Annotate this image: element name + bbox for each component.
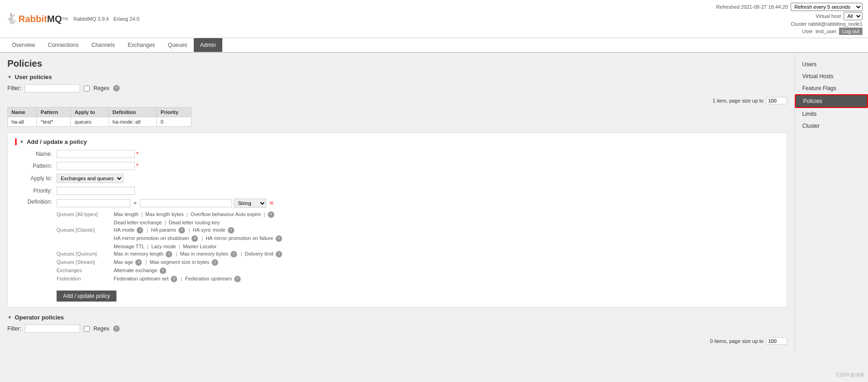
- regex-checkbox[interactable]: [84, 86, 90, 91]
- definition-val-input[interactable]: [140, 199, 232, 207]
- max-in-memory-bytes-help[interactable]: ?: [231, 251, 237, 257]
- link-overflow-behaviour[interactable]: Overflow behaviour: [191, 211, 234, 217]
- link-ha-mirror-failure[interactable]: HA mirror promotion on failure: [206, 235, 273, 241]
- operator-filter-help-icon[interactable]: ?: [113, 325, 120, 332]
- operator-policies-arrow: ▼: [7, 315, 12, 320]
- hint-queues-all: Queues [All types] Max length | Max leng…: [57, 211, 283, 218]
- logo-mq-text: MQ: [47, 14, 62, 24]
- priority-input[interactable]: [57, 187, 135, 195]
- operator-page-size-input[interactable]: [766, 337, 787, 345]
- vhost-row: Virtual host All: [716, 12, 862, 20]
- link-max-length-bytes[interactable]: Max length bytes: [145, 211, 184, 217]
- definition-key-input[interactable]: [57, 199, 130, 207]
- operator-policies-header[interactable]: ▼ Operator policies: [7, 314, 787, 321]
- nav-channels[interactable]: Channels: [85, 38, 122, 52]
- link-federation-upstream-set[interactable]: Federation upstream set: [114, 276, 168, 281]
- operator-regex-label: Regex: [93, 325, 110, 332]
- sidebar-item-policies[interactable]: Policies: [795, 94, 868, 108]
- link-alternate-exchange[interactable]: Alternate exchange: [114, 268, 157, 273]
- hint-exchanges: Exchanges Alternate exchange ?: [57, 268, 283, 274]
- user-label: User: [802, 29, 813, 34]
- link-delivery-limit[interactable]: Delivery limit: [245, 251, 273, 257]
- nav-admin[interactable]: Admin: [194, 38, 222, 52]
- ha-mirror-failure-help[interactable]: ?: [276, 235, 282, 242]
- link-master-locator[interactable]: Master Locator: [183, 244, 216, 249]
- add-policy-header[interactable]: ▼ Add / update a policy: [19, 138, 87, 145]
- nav-connections[interactable]: Connections: [41, 38, 85, 52]
- filter-input[interactable]: [25, 84, 80, 92]
- operator-regex-checkbox[interactable]: [84, 326, 90, 332]
- definition-type-select[interactable]: String Number Boolean List: [234, 199, 266, 208]
- federation-upstream-set-help[interactable]: ?: [171, 276, 177, 282]
- cluster-value: rabbit@rabbitmq_node1: [808, 21, 862, 27]
- definition-row: Definition: = String Number Boolean List…: [15, 199, 779, 284]
- link-auto-expire[interactable]: Auto expire: [235, 211, 261, 217]
- link-max-in-memory-length[interactable]: Max in memory length: [114, 251, 163, 257]
- link-max-segment-size[interactable]: Max segment size in bytes: [150, 259, 209, 265]
- nav-exchanges[interactable]: Exchanges: [121, 38, 161, 52]
- pattern-input[interactable]: [57, 162, 135, 170]
- sep: |: [147, 227, 150, 233]
- link-dead-letter-routing-key[interactable]: Dead letter routing key: [169, 220, 220, 225]
- logout-button[interactable]: Log out: [839, 28, 862, 35]
- filter-help-icon[interactable]: ?: [113, 85, 120, 91]
- sidebar-item-feature-flags[interactable]: Feature Flags: [795, 82, 868, 94]
- delivery-limit-help[interactable]: ?: [276, 251, 282, 257]
- logo: 🐇 RabbitMQTM: [6, 13, 68, 25]
- link-dead-letter-exchange[interactable]: Dead letter exchange: [114, 220, 162, 225]
- logo-area: 🐇 RabbitMQTM RabbitMQ 3.9.4 Erlang 24.0: [6, 13, 139, 25]
- name-input[interactable]: [57, 150, 135, 158]
- operator-page-size-row: 0 items, page size up to: [7, 337, 787, 345]
- link-ha-sync-mode[interactable]: HA sync mode: [193, 227, 226, 233]
- table-row[interactable]: ha-all ^test* queues ha-mode: all 0: [8, 117, 191, 127]
- user-value: test_user: [816, 29, 836, 34]
- row-pattern: ^test*: [37, 117, 71, 127]
- link-max-age[interactable]: Max age: [114, 259, 133, 265]
- ha-mode-help[interactable]: ?: [137, 227, 143, 234]
- max-age-help[interactable]: ?: [135, 259, 142, 266]
- link-message-ttl[interactable]: Message TTL: [114, 244, 145, 249]
- row-apply-to: queues: [71, 117, 109, 127]
- link-ha-mirror-shutdown[interactable]: HA mirror promotion on shutdown: [114, 235, 189, 241]
- federation-upstream-help[interactable]: ?: [234, 276, 241, 282]
- definition-inputs: = String Number Boolean List ✖: [57, 199, 283, 284]
- link-ha-params[interactable]: HA params: [151, 227, 176, 233]
- nav-queues[interactable]: Queues: [162, 38, 194, 52]
- col-apply-to: Apply to: [71, 108, 109, 117]
- max-in-memory-length-help[interactable]: ?: [166, 251, 172, 257]
- user-policies-header[interactable]: ▼ User policies: [7, 74, 787, 80]
- ha-sync-help[interactable]: ?: [228, 227, 234, 234]
- sidebar-item-limits[interactable]: Limits: [795, 108, 868, 120]
- sidebar-item-users[interactable]: Users: [795, 58, 868, 70]
- ha-mirror-shutdown-help[interactable]: ?: [191, 235, 198, 242]
- page-size-label: 1 item, page size up to: [712, 98, 764, 103]
- exchanges-label: Exchanges: [57, 268, 112, 274]
- vhost-select[interactable]: All: [844, 12, 862, 20]
- add-update-policy-button[interactable]: Add / update policy: [57, 291, 116, 302]
- cluster-row: Cluster rabbit@rabbitmq_node1: [716, 21, 862, 27]
- link-max-in-memory-bytes[interactable]: Max in memory bytes: [180, 251, 228, 257]
- sidebar-item-cluster[interactable]: Cluster: [795, 120, 868, 132]
- header: 🐇 RabbitMQTM RabbitMQ 3.9.4 Erlang 24.0 …: [0, 0, 868, 38]
- refresh-select[interactable]: Refresh every 5 seconds Refresh every 10…: [791, 3, 862, 11]
- link-max-length[interactable]: Max length: [114, 211, 139, 217]
- link-ha-mode[interactable]: HA mode: [114, 227, 134, 233]
- erlang-version: Erlang 24.0: [113, 16, 139, 22]
- nav-overview[interactable]: Overview: [6, 38, 41, 52]
- operator-filter-input[interactable]: [25, 325, 80, 333]
- page-size-input[interactable]: [766, 97, 787, 104]
- max-segment-help[interactable]: ?: [212, 259, 218, 266]
- apply-to-select[interactable]: Exchanges and queues Exchanges Queues: [57, 174, 123, 183]
- link-federation-upstream[interactable]: Federation upstream: [185, 276, 232, 281]
- sep: |: [189, 227, 191, 233]
- top-right: Refreshed 2021-08-27 18:44:20 Refresh ev…: [716, 3, 862, 35]
- ha-params-help[interactable]: ?: [179, 227, 185, 234]
- operator-page-size-label: 0 items, page size up to: [710, 338, 764, 344]
- sep: |: [165, 220, 168, 225]
- sidebar-item-virtual-hosts[interactable]: Virtual Hosts: [795, 70, 868, 82]
- alternate-exchange-help[interactable]: ?: [160, 268, 166, 274]
- queues-all-help-icon[interactable]: ?: [268, 211, 274, 218]
- col-pattern: Pattern: [37, 108, 71, 117]
- link-lazy-mode[interactable]: Lazy mode: [151, 244, 176, 249]
- apply-to-row: Apply to: Exchanges and queues Exchanges…: [15, 174, 779, 183]
